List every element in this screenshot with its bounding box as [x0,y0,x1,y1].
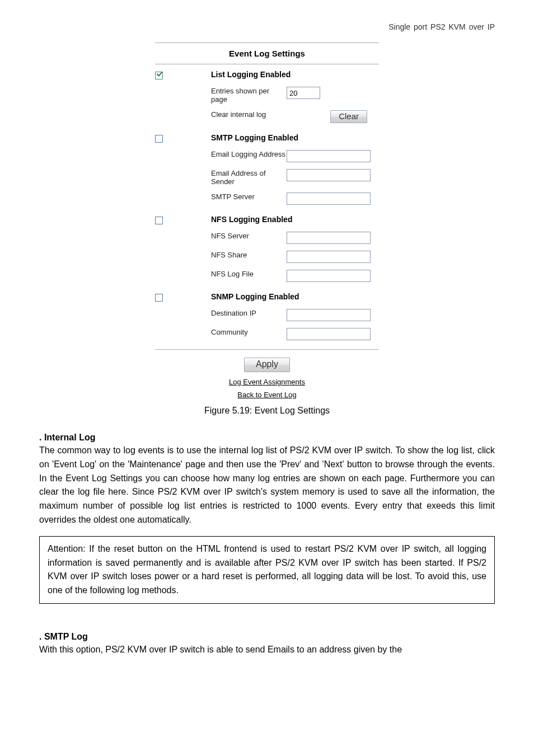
page-header: Single port PS2 KVM over IP [39,22,495,31]
nfs-server-label: NFS Server [211,232,287,240]
smtp-log-heading: . SMTP Log [39,632,495,642]
back-to-event-log-link[interactable]: Back to Event Log [237,391,297,399]
email-sender-label: Email Address of Sender [211,169,287,186]
list-logging-section: List Logging Enabled Entries shown per p… [155,67,379,130]
event-log-settings-panel: Event Log Settings List Logging Enabled … [155,43,379,401]
clear-button[interactable]: Clear [330,110,367,123]
snmp-logging-checkbox[interactable] [155,294,163,302]
entries-per-page-label: Entries shown per page [211,87,287,104]
email-logging-address-label: Email Logging Address [211,150,287,158]
nfs-logging-section: NFS Logging Enabled NFS Server NFS Share… [155,212,379,289]
community-label: Community [211,328,287,336]
snmp-logging-section: SNMP Logging Enabled Destination IP Comm… [155,289,379,347]
smtp-log-section: . SMTP Log With this option, PS/2 KVM ov… [39,632,495,657]
nfs-logging-checkbox[interactable] [155,217,163,224]
smtp-server-input[interactable] [287,192,371,205]
figure-caption: Figure 5.19: Event Log Settings [39,401,495,427]
nfs-logfile-input[interactable] [287,270,371,282]
nfs-share-input[interactable] [287,251,371,263]
log-event-assignments-link[interactable]: Log Event Assignments [229,378,305,386]
list-logging-checkbox[interactable] [155,72,163,79]
divider [155,64,379,64]
destination-ip-input[interactable] [287,309,371,321]
email-logging-address-input[interactable] [287,150,371,162]
nfs-logging-head: NFS Logging Enabled [211,215,379,228]
smtp-logging-section: SMTP Logging Enabled Email Logging Addre… [155,130,379,212]
internal-log-text: The common way to log events is to use t… [39,444,495,527]
community-input[interactable] [287,328,371,340]
smtp-server-label: SMTP Server [211,192,287,201]
divider [155,43,379,43]
destination-ip-label: Destination IP [211,309,287,317]
internal-log-section: . Internal Log The common way to log eve… [39,433,495,527]
internal-log-heading: . Internal Log [39,433,495,443]
nfs-server-input[interactable] [287,232,371,244]
entries-per-page-input[interactable] [287,87,320,99]
divider [155,349,379,350]
apply-button[interactable]: Apply [244,358,290,372]
list-logging-head: List Logging Enabled [211,70,379,83]
smtp-logging-checkbox[interactable] [155,135,163,143]
smtp-log-text: With this option, PS/2 KVM over IP switc… [39,643,495,657]
clear-log-label: Clear internal log [211,110,287,119]
smtp-logging-head: SMTP Logging Enabled [211,133,379,147]
snmp-logging-head: SNMP Logging Enabled [211,292,379,306]
nfs-share-label: NFS Share [211,251,287,259]
panel-title: Event Log Settings [155,45,379,62]
nfs-logfile-label: NFS Log File [211,270,287,278]
attention-box: Attention: If the reset button on the HT… [39,536,495,604]
email-sender-input[interactable] [287,169,371,181]
